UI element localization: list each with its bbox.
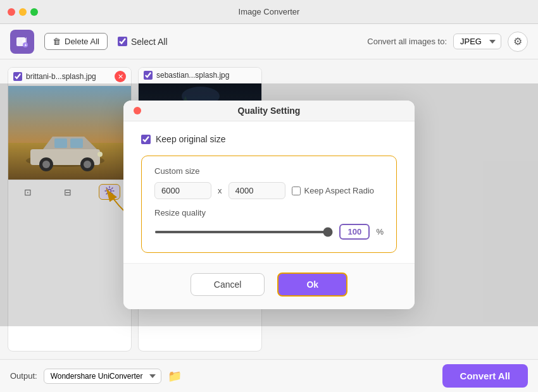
quality-setting-dialog: Quality Setting Keep original size Custo… xyxy=(123,101,415,309)
bottom-bar: Output: Wondershare UniConverter Desktop… xyxy=(0,359,538,392)
size-inputs-row: x Keep Aspect Radio xyxy=(154,182,384,199)
close-card-1[interactable]: ✕ xyxy=(115,71,126,82)
card-checkbox-2[interactable] xyxy=(144,71,153,80)
window-controls xyxy=(8,8,38,16)
keep-original-label: Keep original size xyxy=(156,134,226,144)
select-all-checkbox[interactable] xyxy=(118,37,127,46)
dialog-titlebar: Quality Setting xyxy=(123,101,415,121)
size-section: Custom size x Keep Aspect Radio Resize q… xyxy=(141,156,397,253)
slider-row: % xyxy=(154,224,384,240)
format-select[interactable]: JPEG PNG WebP BMP TIFF xyxy=(453,34,501,49)
quality-value-input[interactable] xyxy=(339,224,370,240)
main-content: brittani-b...splash.jpg ✕ xyxy=(0,59,538,359)
keep-aspect-checkbox[interactable] xyxy=(292,187,301,195)
keep-original-checkbox[interactable] xyxy=(141,135,151,144)
dialog-footer: Cancel Ok xyxy=(123,263,415,309)
size-x-separator: x xyxy=(218,186,222,195)
maximize-button[interactable] xyxy=(30,8,38,16)
width-input[interactable] xyxy=(154,182,211,199)
resize-quality-label: Resize quality xyxy=(154,208,384,217)
cancel-button[interactable]: Cancel xyxy=(191,273,265,296)
dialog-title: Quality Setting xyxy=(238,106,301,116)
minimize-button[interactable] xyxy=(19,8,27,16)
select-all-label[interactable]: Select All xyxy=(118,37,168,47)
delete-all-button[interactable]: 🗑 Delete All xyxy=(44,33,108,50)
ok-button[interactable]: Ok xyxy=(277,273,347,297)
toolbar-right: Convert all images to: JPEG PNG WebP BMP… xyxy=(367,32,528,52)
card-header-2: sebastian...splash.jpg xyxy=(139,68,261,83)
convert-label: Convert all images to: xyxy=(367,37,447,46)
output-path-select[interactable]: Wondershare UniConverter Desktop Downloa… xyxy=(44,369,161,384)
height-input[interactable] xyxy=(228,182,285,199)
trash-icon: 🗑 xyxy=(53,37,61,46)
title-bar: Image Converter xyxy=(0,0,538,24)
logo-button[interactable]: + xyxy=(10,30,34,54)
folder-button[interactable]: 📁 xyxy=(168,369,182,383)
svg-text:+: + xyxy=(25,43,27,47)
close-button[interactable] xyxy=(8,8,15,16)
filename-2: sebastian...splash.jpg xyxy=(156,71,256,80)
quality-slider[interactable] xyxy=(154,231,333,233)
output-label: Output: xyxy=(10,371,37,381)
dialog-close-dot[interactable] xyxy=(134,107,141,114)
settings-gear-button[interactable]: ⚙ xyxy=(508,32,528,52)
select-all-text: Select All xyxy=(131,37,168,47)
app-title: Image Converter xyxy=(239,7,300,16)
custom-size-label: Custom size xyxy=(154,166,384,176)
filename-1: brittani-b...splash.jpg xyxy=(26,72,111,81)
keep-aspect-label[interactable]: Keep Aspect Radio xyxy=(292,186,375,195)
percent-sign: % xyxy=(376,227,384,236)
dialog-body: Keep original size Custom size x Keep As… xyxy=(123,121,415,263)
keep-aspect-text: Keep Aspect Radio xyxy=(304,186,375,195)
convert-all-button[interactable]: Convert All xyxy=(442,364,528,388)
modal-overlay: Quality Setting Keep original size Custo… xyxy=(0,83,538,326)
toolbar: + 🗑 Delete All Select All Convert all im… xyxy=(0,24,538,59)
card-checkbox-1[interactable] xyxy=(13,72,22,81)
delete-all-label: Delete All xyxy=(65,37,99,46)
keep-original-row: Keep original size xyxy=(141,134,397,144)
